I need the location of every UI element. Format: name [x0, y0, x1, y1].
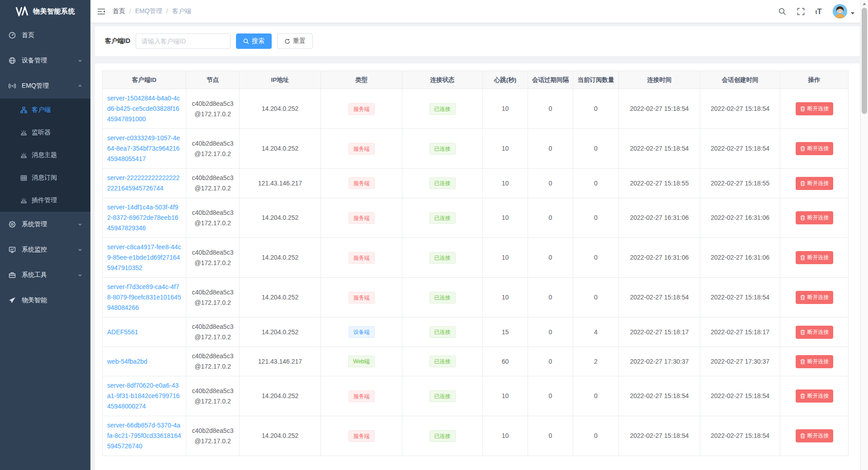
node-cell: c40b2d8ea5c3@172.17.0.2 [186, 198, 240, 238]
trash-icon [800, 180, 806, 186]
sidebar-toggle-icon[interactable] [97, 8, 105, 15]
sidebar-item-wumei-smart[interactable]: 物美智能 [0, 288, 90, 313]
disconnect-button[interactable]: 断开连接 [796, 291, 833, 304]
sidebar-item-home[interactable]: 首页 [0, 23, 90, 48]
search-icon[interactable] [778, 8, 786, 15]
status-cell: 已连接 [402, 278, 483, 318]
client-id-link[interactable]: web-54fba2bd [103, 347, 186, 376]
avatar[interactable] [833, 4, 847, 19]
status-badge: 已连接 [429, 356, 456, 367]
connected-time-cell: 2022-02-27 17:30:37 [619, 347, 700, 376]
sidebar-item-label: 客户端 [32, 106, 51, 114]
font-size-icon[interactable]: tT [816, 8, 822, 15]
header-session-created: 会话创建时间 [700, 71, 780, 89]
client-id-link[interactable]: server-2222222222222222221645945726744 [103, 169, 186, 198]
status-badge: 已连接 [429, 177, 456, 189]
sidebar-item-label: 设备管理 [22, 57, 78, 65]
ip-cell: 14.204.0.252 [240, 278, 321, 318]
session-expiry-cell: 0 [528, 238, 573, 278]
disconnect-button[interactable]: 断开连接 [796, 389, 833, 403]
trash-icon [800, 433, 806, 439]
header-subscriptions: 当前订阅数量 [573, 71, 619, 89]
trash-icon [800, 215, 806, 221]
sidebar-item-system-tools[interactable]: 系统工具 [0, 262, 90, 288]
node-cell: c40b2d8ea5c3@172.17.0.2 [186, 318, 240, 347]
sidebar-item-clients[interactable]: 客户端 [0, 99, 90, 121]
search-panel: 客户端ID 搜索 重置 [95, 26, 860, 56]
paper-plane-icon [8, 296, 16, 304]
trash-icon [800, 146, 806, 152]
disconnect-button[interactable]: 断开连接 [796, 142, 833, 155]
scrollbar-thumb[interactable] [862, 8, 867, 114]
sidebar-item-system-admin[interactable]: 系统管理 [0, 212, 90, 237]
briefcase-icon [8, 271, 16, 279]
fullscreen-icon[interactable] [797, 8, 805, 15]
client-id-link[interactable]: server-14df1c4a-503f-4f92-8372-69672de78… [103, 198, 186, 238]
type-badge: 服务端 [349, 103, 375, 115]
type-badge: Web端 [348, 356, 374, 367]
chevron-down-icon [78, 247, 82, 252]
subscriptions-cell: 0 [573, 416, 619, 456]
client-id-link[interactable]: server-c8ca4917-fee8-44c9-85ee-e1bde1d69… [103, 238, 186, 278]
sidebar-item-topics[interactable]: 消息主题 [0, 144, 90, 166]
reset-button[interactable]: 重置 [277, 33, 313, 49]
connected-time-cell: 2022-02-27 16:31:06 [619, 198, 700, 238]
alarm-icon [20, 197, 27, 204]
disconnect-button-label: 断开连接 [807, 432, 829, 440]
disconnect-button[interactable]: 断开连接 [796, 177, 833, 190]
table-row: server-f7d3ce89-ca4c-4f78-8079-f9cefc831… [103, 278, 849, 318]
user-menu[interactable] [833, 4, 854, 19]
gear-icon [8, 220, 16, 228]
table-row: ADEF5561c40b2d8ea5c3@172.17.0.214.204.0.… [103, 318, 849, 347]
table-row: server-66db857d-5370-4afa-8c21-795f0cd33… [103, 416, 849, 456]
sidebar-item-devices[interactable]: 设备管理 [0, 48, 90, 73]
sidebar-item-subscriptions[interactable]: 消息订阅 [0, 166, 90, 189]
client-id-link[interactable]: server-8df70620-e0a6-43a1-9f31-b1842ce67… [103, 376, 186, 416]
disconnect-button[interactable]: 断开连接 [796, 251, 833, 264]
scroll-up-arrow[interactable] [861, 0, 868, 7]
client-id-input[interactable] [136, 33, 231, 49]
sidebar-item-label: 系统监控 [22, 246, 78, 254]
heartbeat-cell: 10 [483, 278, 528, 318]
sidebar-item-label: 系统管理 [22, 220, 78, 228]
status-badge: 已连接 [429, 430, 456, 442]
connected-time-cell: 2022-02-27 15:18:54 [619, 376, 700, 416]
client-id-link[interactable]: ADEF5561 [103, 318, 186, 347]
type-badge: 服务端 [349, 177, 375, 189]
type-badge: 服务端 [349, 143, 375, 155]
sidebar-item-listeners[interactable]: 监听器 [0, 121, 90, 144]
heartbeat-cell: 60 [483, 347, 528, 376]
sidebar-item-emq[interactable]: EMQ管理 [0, 73, 90, 99]
disconnect-button[interactable]: 断开连接 [796, 102, 833, 115]
sidebar-item-system-monitor[interactable]: 系统监控 [0, 237, 90, 262]
monitor-icon [8, 246, 16, 254]
type-cell: Web端 [321, 347, 402, 376]
search-button-label: 搜索 [252, 37, 264, 45]
heartbeat-cell: 10 [483, 416, 528, 456]
status-cell: 已连接 [402, 376, 483, 416]
client-id-label: 客户端ID [105, 37, 130, 45]
client-id-link[interactable]: server-15042844-b4a0-4cd6-b425-ce5cde038… [103, 89, 186, 129]
disconnect-button[interactable]: 断开连接 [796, 211, 833, 224]
globe-icon [8, 57, 16, 65]
session-expiry-cell: 0 [528, 318, 573, 347]
sidebar-item-label: 物美智能 [22, 296, 82, 304]
client-id-link[interactable]: server-66db857d-5370-4afa-8c21-795f0cd33… [103, 416, 186, 456]
client-id-link[interactable]: server-f7d3ce89-ca4c-4f78-8079-f9cefc831… [103, 278, 186, 318]
subscriptions-cell: 0 [573, 169, 619, 198]
client-id-link[interactable]: server-c0333249-1057-4e64-8ea7-354bf73c9… [103, 129, 186, 169]
disconnect-button[interactable]: 断开连接 [796, 326, 833, 339]
breadcrumb-emq: EMQ管理 [135, 7, 162, 15]
sidebar-item-label: EMQ管理 [22, 82, 78, 90]
breadcrumb-home[interactable]: 首页 [113, 7, 125, 15]
dashboard-icon [8, 31, 16, 39]
disconnect-button[interactable]: 断开连接 [796, 355, 833, 368]
search-button[interactable]: 搜索 [236, 33, 272, 49]
client-table-body: server-15042844-b4a0-4cd6-b425-ce5cde038… [103, 89, 849, 456]
vertical-scrollbar[interactable] [860, 0, 868, 470]
table-header-row: 客户端ID 节点 IP地址 类型 连接状态 心跳(秒) 会话过期间隔 当前订阅数… [103, 71, 849, 89]
trash-icon [800, 255, 806, 261]
status-badge: 已连接 [429, 326, 456, 338]
disconnect-button[interactable]: 断开连接 [796, 429, 833, 442]
sidebar-item-plugins[interactable]: 插件管理 [0, 189, 90, 212]
